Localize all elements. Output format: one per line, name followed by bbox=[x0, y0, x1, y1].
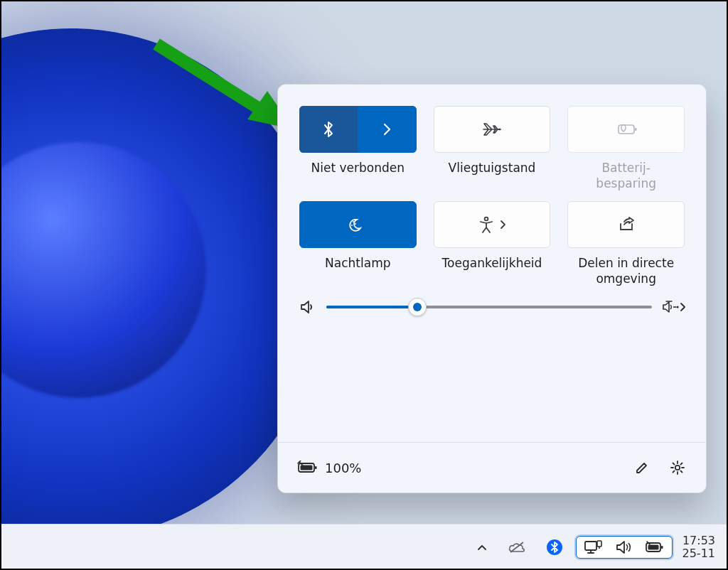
accessibility-icon bbox=[478, 215, 495, 234]
settings-button[interactable] bbox=[663, 453, 692, 482]
tile-bluetooth: Niet verbonden bbox=[299, 106, 417, 191]
tray-system-area[interactable] bbox=[576, 536, 673, 559]
svg-point-7 bbox=[485, 217, 488, 221]
svg-rect-16 bbox=[597, 541, 601, 547]
share-icon bbox=[617, 216, 636, 233]
gear-icon bbox=[669, 459, 686, 476]
svg-rect-10 bbox=[315, 466, 317, 469]
volume-icon[interactable] bbox=[299, 299, 316, 315]
battery-percent-text: 100% bbox=[325, 461, 361, 475]
tile-nightlight: Nachtlamp bbox=[299, 201, 417, 286]
svg-point-8 bbox=[676, 306, 678, 308]
nearby-share-label: Delen in directe omgeving bbox=[567, 255, 685, 286]
chevron-right-icon bbox=[382, 122, 392, 137]
tray-bluetooth[interactable] bbox=[539, 536, 570, 559]
airplane-label: Vliegtuigstand bbox=[449, 160, 536, 191]
battery-tray-icon bbox=[645, 541, 665, 554]
svg-rect-3 bbox=[635, 128, 637, 131]
quick-settings-tiles: Niet verbonden Vliegtuigstand Batterij- … bbox=[278, 85, 706, 286]
nightlight-toggle[interactable] bbox=[299, 201, 417, 248]
volume-tray-icon bbox=[615, 539, 632, 555]
tile-accessibility: Toegankelijkheid bbox=[434, 201, 551, 286]
battery-saver-label: Batterij- besparing bbox=[596, 160, 656, 191]
clock-date: 25-11 bbox=[682, 547, 716, 560]
chevron-up-icon bbox=[476, 543, 488, 552]
volume-fill bbox=[326, 306, 417, 308]
volume-thumb[interactable] bbox=[408, 298, 427, 316]
volume-row bbox=[278, 299, 706, 315]
accessibility-toggle[interactable] bbox=[434, 201, 551, 248]
battery-saver-icon bbox=[615, 122, 638, 136]
battery-saver-toggle[interactable] bbox=[567, 106, 685, 153]
tile-nearby-share: Delen in directe omgeving bbox=[567, 201, 685, 286]
svg-rect-2 bbox=[619, 125, 634, 134]
airplane-icon bbox=[481, 120, 503, 139]
bluetooth-toggle-main[interactable] bbox=[299, 106, 358, 153]
tile-airplane: Vliegtuigstand bbox=[434, 106, 551, 191]
volume-slider[interactable] bbox=[326, 306, 652, 308]
tile-battery-saver: Batterij- besparing bbox=[567, 106, 685, 191]
bluetooth-toggle[interactable] bbox=[299, 106, 417, 153]
nearby-share-toggle[interactable] bbox=[567, 201, 685, 248]
battery-status-icon[interactable] bbox=[296, 461, 318, 475]
network-icon bbox=[584, 539, 602, 555]
svg-point-5 bbox=[351, 225, 353, 226]
svg-rect-19 bbox=[661, 546, 663, 549]
chevron-right-icon bbox=[499, 219, 506, 230]
cloud-icon bbox=[508, 541, 526, 554]
svg-point-4 bbox=[353, 221, 354, 222]
quick-settings-panel: Niet verbonden Vliegtuigstand Batterij- … bbox=[277, 84, 707, 493]
bluetooth-expand[interactable] bbox=[358, 106, 416, 153]
volume-output-button[interactable] bbox=[662, 299, 686, 315]
bluetooth-tray-icon bbox=[546, 539, 563, 556]
bluetooth-icon bbox=[321, 119, 336, 139]
svg-rect-20 bbox=[648, 545, 658, 550]
accessibility-label: Toegankelijkheid bbox=[442, 255, 542, 286]
nightlight-label: Nachtlamp bbox=[325, 255, 390, 286]
taskbar: 17:53 25-11 bbox=[0, 524, 728, 570]
tray-overflow[interactable] bbox=[469, 540, 495, 554]
airplane-toggle[interactable] bbox=[434, 106, 551, 153]
clock-time: 17:53 bbox=[682, 534, 715, 547]
pencil-icon bbox=[634, 460, 650, 475]
tray-onedrive[interactable] bbox=[500, 538, 533, 556]
taskbar-clock[interactable]: 17:53 25-11 bbox=[682, 534, 716, 561]
bluetooth-label: Niet verbonden bbox=[311, 160, 405, 191]
svg-point-12 bbox=[675, 466, 680, 470]
svg-point-6 bbox=[355, 223, 356, 225]
svg-rect-15 bbox=[585, 542, 596, 550]
nightlight-icon bbox=[347, 215, 368, 234]
edit-button[interactable] bbox=[628, 453, 656, 482]
svg-rect-11 bbox=[301, 466, 313, 470]
panel-footer: 100% bbox=[278, 442, 706, 493]
